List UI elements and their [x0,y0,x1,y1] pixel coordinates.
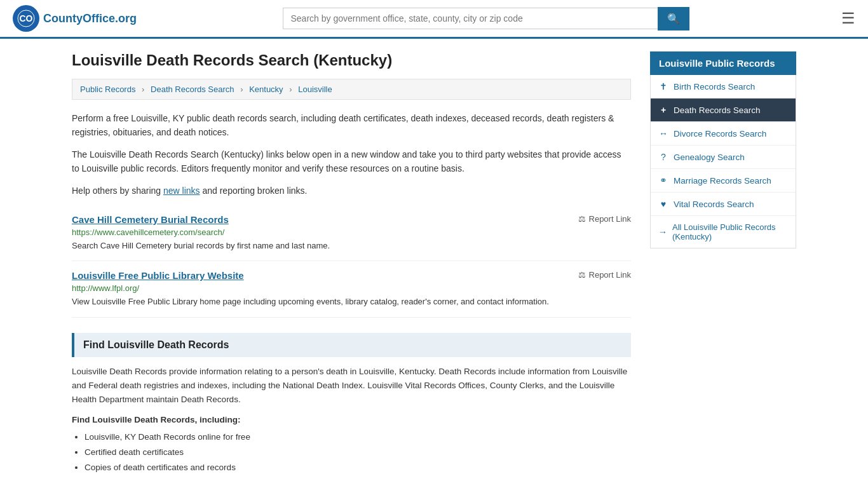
sidebar-label-birth: Birth Records Search [674,82,755,92]
sidebar-list: ✝ Birth Records Search + Death Records S… [650,75,796,248]
description-3-pre: Help others by sharing [72,186,163,196]
record-item-header-2: Louisville Free Public Library Website ⚖… [72,270,631,281]
search-icon: 🔍 [667,13,680,24]
record-item-header-1: Cave Hill Cemetery Burial Records ⚖ Repo… [72,214,631,225]
list-item-3: Copies of death certificates and records [85,460,631,475]
body-text-1: Louisville Death Records provide informa… [72,365,631,407]
sidebar-label-marriage: Marriage Records Search [674,176,771,186]
section-heading: Find Louisville Death Records [72,333,631,357]
breadcrumb-kentucky[interactable]: Kentucky [249,85,283,94]
breadcrumb-death-records[interactable]: Death Records Search [151,85,234,94]
logo-area[interactable]: CO CountyOffice.org [13,5,137,32]
list-item-1: Louisville, KY Death Records online for … [85,430,631,445]
birth-icon: ✝ [658,81,668,92]
report-icon-2: ⚖ [578,270,586,280]
description-3-post: and reporting broken links. [200,186,308,196]
menu-icon[interactable]: ☰ [841,10,855,27]
main-container: Louisville Death Records Search (Kentuck… [59,39,809,476]
record-title-1[interactable]: Cave Hill Cemetery Burial Records [72,214,229,225]
marriage-icon: ⚭ [658,175,668,186]
record-title-2[interactable]: Louisville Free Public Library Website [72,270,244,281]
sidebar-label-genealogy: Genealogy Search [674,152,745,162]
record-desc-2: View Louisville Free Public Library home… [72,295,631,308]
list-item-2: Certified death certificates [85,445,631,460]
record-item-1: Cave Hill Cemetery Burial Records ⚖ Repo… [72,205,631,262]
description-2: The Louisville Death Records Search (Ken… [72,147,631,176]
logo-icon: CO [13,5,39,32]
page-title: Louisville Death Records Search (Kentuck… [72,51,631,69]
sidebar-item-divorce-records[interactable]: ↔ Divorce Records Search [651,122,796,146]
content-area: Louisville Death Records Search (Kentuck… [72,51,631,476]
sidebar-item-birth-records[interactable]: ✝ Birth Records Search [651,75,796,98]
sidebar-item-vital-records[interactable]: ♥ Vital Records Search [651,193,796,216]
sidebar-item-all-records[interactable]: → All Louisville Public Records (Kentuck… [651,216,796,248]
death-icon: + [658,105,668,115]
breadcrumb-public-records[interactable]: Public Records [80,85,135,94]
record-url-2[interactable]: http://www.lfpl.org/ [72,283,631,293]
breadcrumb-louisville[interactable]: Louisville [298,85,332,94]
body-bold: Find Louisville Death Records, including… [72,415,631,424]
logo-name: CountyOffice [43,12,115,25]
sidebar-item-marriage-records[interactable]: ⚭ Marriage Records Search [651,169,796,193]
sidebar-label-all: All Louisville Public Records (Kentucky) [672,222,788,241]
search-bar-area: 🔍 [283,7,689,30]
description-1: Perform a free Louisville, KY public dea… [72,111,631,140]
logo-tld: .org [115,12,137,25]
new-links-link[interactable]: new links [163,186,200,196]
search-button[interactable]: 🔍 [658,7,689,30]
bullet-list: Louisville, KY Death Records online for … [85,430,631,476]
report-icon-1: ⚖ [578,214,586,224]
logo-text: CountyOffice.org [43,12,137,25]
vital-icon: ♥ [658,199,668,209]
record-url-1[interactable]: https://www.cavehillcemetery.com/search/ [72,227,631,237]
sidebar-title: Louisville Public Records [650,51,796,75]
record-desc-1: Search Cave Hill Cemetery burial records… [72,240,631,252]
breadcrumb: Public Records › Death Records Search › … [72,79,631,100]
report-label-2: Report Link [589,270,631,280]
description-3: Help others by sharing new links and rep… [72,184,631,198]
sidebar-label-vital: Vital Records Search [674,200,754,209]
sidebar-item-death-records[interactable]: + Death Records Search [651,98,796,122]
search-input[interactable] [283,8,658,29]
site-header: CO CountyOffice.org 🔍 ☰ [0,0,868,39]
divorce-icon: ↔ [658,128,668,139]
report-link-btn-1[interactable]: ⚖ Report Link [578,214,631,224]
report-link-btn-2[interactable]: ⚖ Report Link [578,270,631,280]
all-records-icon: → [658,227,667,237]
report-label-1: Report Link [589,214,631,224]
genealogy-icon: ? [658,152,668,162]
sidebar-label-death: Death Records Search [674,105,761,115]
svg-text:CO: CO [20,13,33,24]
sidebar-label-divorce: Divorce Records Search [674,129,766,139]
sidebar: Louisville Public Records ✝ Birth Record… [650,51,796,476]
sidebar-item-genealogy[interactable]: ? Genealogy Search [651,146,796,169]
record-item-2: Louisville Free Public Library Website ⚖… [72,261,631,318]
